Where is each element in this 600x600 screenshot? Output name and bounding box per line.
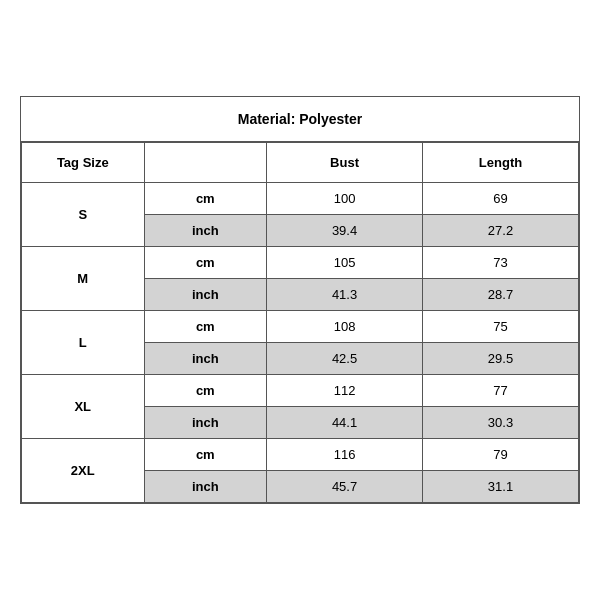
- size-tag-l: L: [22, 311, 145, 375]
- cm-bust-value: 112: [267, 375, 423, 407]
- inch-bust-value: 42.5: [267, 343, 423, 375]
- inch-bust-value: 41.3: [267, 279, 423, 311]
- cm-length-value: 75: [423, 311, 579, 343]
- unit-inch: inch: [144, 343, 267, 375]
- inch-length-value: 28.7: [423, 279, 579, 311]
- header-tag-size: Tag Size: [22, 143, 145, 183]
- cm-bust-value: 116: [267, 439, 423, 471]
- size-tag-2xl: 2XL: [22, 439, 145, 503]
- header-bust: Bust: [267, 143, 423, 183]
- table-row: Mcm10573: [22, 247, 579, 279]
- unit-inch: inch: [144, 407, 267, 439]
- inch-bust-value: 45.7: [267, 471, 423, 503]
- unit-inch: inch: [144, 471, 267, 503]
- size-tag-m: M: [22, 247, 145, 311]
- unit-cm: cm: [144, 311, 267, 343]
- title-text: Material: Polyester: [238, 111, 363, 127]
- table-row: Scm10069: [22, 183, 579, 215]
- unit-inch: inch: [144, 279, 267, 311]
- size-tag-xl: XL: [22, 375, 145, 439]
- table-row: Lcm10875: [22, 311, 579, 343]
- unit-inch: inch: [144, 215, 267, 247]
- inch-length-value: 29.5: [423, 343, 579, 375]
- cm-length-value: 77: [423, 375, 579, 407]
- inch-bust-value: 39.4: [267, 215, 423, 247]
- cm-length-value: 69: [423, 183, 579, 215]
- unit-cm: cm: [144, 247, 267, 279]
- cm-bust-value: 108: [267, 311, 423, 343]
- table-header-row: Tag Size Bust Length: [22, 143, 579, 183]
- cm-bust-value: 100: [267, 183, 423, 215]
- inch-length-value: 31.1: [423, 471, 579, 503]
- cm-bust-value: 105: [267, 247, 423, 279]
- unit-cm: cm: [144, 375, 267, 407]
- header-length: Length: [423, 143, 579, 183]
- size-tag-s: S: [22, 183, 145, 247]
- inch-bust-value: 44.1: [267, 407, 423, 439]
- table-row: 2XLcm11679: [22, 439, 579, 471]
- size-chart: Material: Polyester Tag Size Bust Length…: [20, 96, 580, 504]
- inch-length-value: 30.3: [423, 407, 579, 439]
- unit-cm: cm: [144, 439, 267, 471]
- size-table: Tag Size Bust Length Scm10069inch39.427.…: [21, 142, 579, 503]
- inch-length-value: 27.2: [423, 215, 579, 247]
- header-unit: [144, 143, 267, 183]
- cm-length-value: 79: [423, 439, 579, 471]
- table-row: XLcm11277: [22, 375, 579, 407]
- cm-length-value: 73: [423, 247, 579, 279]
- unit-cm: cm: [144, 183, 267, 215]
- chart-title: Material: Polyester: [21, 97, 579, 142]
